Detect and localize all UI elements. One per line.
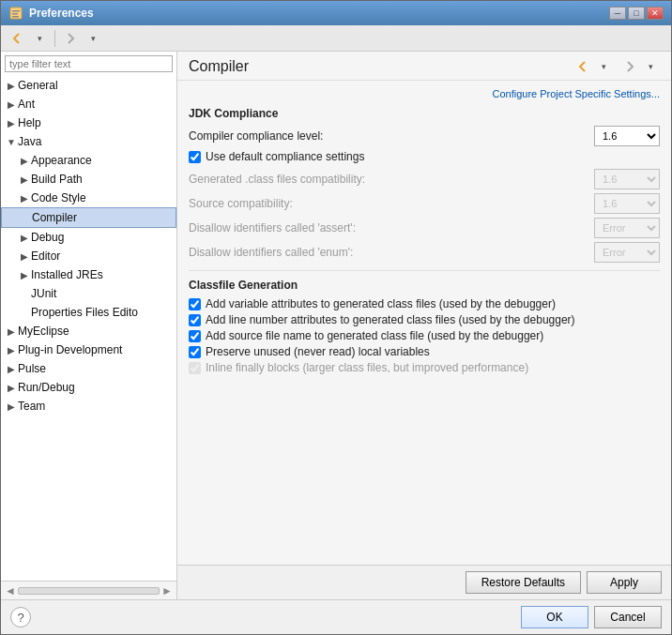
sidebar-item-myeclipse[interactable]: ▶ MyEclipse [1,322,176,340]
nav-back-icon [575,59,590,74]
tree-area: ▶ General ▶ Ant ▶ Help [1,76,176,581]
add-variable-label: Add variable attributes to generated cla… [206,297,556,310]
apply-button[interactable]: Apply [587,571,662,594]
sidebar-item-team[interactable]: ▶ Team [1,397,176,416]
title-bar: Preferences ─ □ ✕ [1,1,671,25]
expand-icon-compiler [19,213,32,223]
expand-icon-java: ▼ [5,137,18,147]
expand-icon-help: ▶ [5,118,18,129]
add-variable-checkbox[interactable] [189,298,201,310]
sidebar-item-general[interactable]: ▶ General [1,76,176,95]
configure-project-link[interactable]: Configure Project Specific Settings... [189,88,660,99]
sidebar-item-code-style[interactable]: ▶ Code Style [1,189,176,207]
preferences-icon [8,6,23,21]
use-default-checkbox[interactable] [189,151,201,163]
expand-icon-team: ▶ [5,401,18,412]
window-title: Preferences [29,7,94,20]
sidebar-item-build-path[interactable]: ▶ Build Path [1,170,176,189]
help-button[interactable]: ? [10,607,31,627]
nav-back-dropdown-button[interactable]: ▾ [594,57,613,76]
title-bar-left: Preferences [8,6,94,21]
sidebar-item-help[interactable]: ▶ Help [1,113,176,132]
add-variable-row: Add variable attributes to generated cla… [189,297,660,310]
preserve-unused-row: Preserve unused (never read) local varia… [189,345,660,358]
sidebar-scrollbar: ◄ ► [1,581,176,599]
sidebar-item-properties-files[interactable]: Properties Files Edito [1,303,176,322]
disallow-enum-row: Disallow identifiers called 'enum': Erro… [189,242,660,263]
toolbar-separator [54,30,55,47]
expand-icon-pulse: ▶ [5,364,18,374]
sidebar-item-junit[interactable]: JUnit [1,284,176,303]
sidebar-item-debug[interactable]: ▶ Debug [1,228,176,247]
source-select: 1.6 [594,193,660,214]
main-area: ▶ General ▶ Ant ▶ Help [1,52,671,599]
sidebar-item-pulse[interactable]: ▶ Pulse [1,359,176,378]
disallow-enum-label: Disallow identifiers called 'enum': [189,246,594,259]
preserve-unused-label: Preserve unused (never read) local varia… [206,345,430,358]
maximize-button[interactable]: □ [628,7,645,20]
disallow-assert-row: Disallow identifiers called 'assert': Er… [189,218,660,238]
title-buttons: ─ □ ✕ [609,7,664,20]
inline-finally-row: Inline finally blocks (larger class file… [189,361,660,374]
inline-finally-label: Inline finally blocks (larger class file… [206,361,528,374]
content-scroll: Configure Project Specific Settings... J… [177,81,671,565]
disallow-assert-label: Disallow identifiers called 'assert': [189,221,594,234]
svg-rect-1 [12,10,20,12]
disallow-assert-select: Error [594,218,660,238]
add-source-row: Add source file name to generated class … [189,329,660,342]
chevron-down-icon2: ▾ [91,34,96,43]
content-header: Compiler ▾ [177,52,671,81]
scroll-right-icon[interactable]: ► [161,584,173,597]
section-divider [189,270,660,271]
add-line-number-checkbox[interactable] [189,314,201,326]
expand-icon-installed-jres: ▶ [18,270,31,280]
expand-icon-ant: ▶ [5,99,18,110]
header-actions: ▾ ▾ [573,57,660,76]
cancel-button[interactable]: Cancel [594,606,662,628]
sidebar-item-editor[interactable]: ▶ Editor [1,247,176,265]
scroll-left-icon[interactable]: ◄ [5,584,16,597]
filter-input[interactable] [5,55,173,72]
forward-button[interactable] [60,28,81,49]
nav-forward-dropdown-button[interactable]: ▾ [641,57,660,76]
sidebar-item-compiler[interactable]: Compiler [1,207,176,228]
add-source-label: Add source file name to generated class … [206,329,543,342]
ok-button[interactable]: OK [521,606,588,628]
expand-icon-plugin-dev: ▶ [5,345,18,355]
page-title: Compiler [189,58,249,75]
forward-dropdown-button[interactable]: ▾ [83,28,103,49]
nav-back-button[interactable] [573,57,592,76]
sidebar-item-java[interactable]: ▼ Java [1,132,176,151]
source-label: Source compatibility: [189,197,594,210]
expand-icon-build-path: ▶ [18,174,31,185]
dialog-footer: ? OK Cancel [1,599,671,634]
nav-forward-button[interactable] [620,57,639,76]
preserve-unused-checkbox[interactable] [189,346,201,358]
back-button[interactable] [7,28,27,49]
disallow-enum-select: Error [594,242,660,263]
add-line-number-label: Add line number attributes to generated … [206,313,575,326]
expand-icon-appearance: ▶ [18,156,31,166]
generated-compatibility-row: Generated .class files compatibility: 1.… [189,169,660,189]
back-dropdown-button[interactable]: ▾ [29,28,50,49]
scroll-track[interactable] [18,587,160,595]
sidebar-item-run-debug[interactable]: ▶ Run/Debug [1,378,176,397]
restore-defaults-button[interactable]: Restore Defaults [466,571,581,594]
expand-icon-debug: ▶ [18,233,31,243]
compliance-level-row: Compiler compliance level: 1.6 1.5 1.4 1… [189,126,660,146]
sidebar-item-appearance[interactable]: ▶ Appearance [1,151,176,170]
generated-select: 1.6 [594,169,660,189]
add-source-checkbox[interactable] [189,330,201,342]
close-button[interactable]: ✕ [647,7,664,20]
sidebar-item-installed-jres[interactable]: ▶ Installed JREs [1,265,176,284]
expand-icon-run-debug: ▶ [5,383,18,393]
compliance-select[interactable]: 1.6 1.5 1.4 1.3 1.7 [594,126,660,146]
sidebar-item-plugin-dev[interactable]: ▶ Plug-in Development [1,340,176,359]
nav-forward-icon [622,59,637,74]
minimize-button[interactable]: ─ [609,7,626,20]
expand-icon-general: ▶ [5,81,18,91]
sidebar-item-ant[interactable]: ▶ Ant [1,95,176,113]
use-default-label[interactable]: Use default compliance settings [206,150,364,163]
add-line-number-row: Add line number attributes to generated … [189,313,660,326]
footer-buttons: OK Cancel [521,606,662,628]
